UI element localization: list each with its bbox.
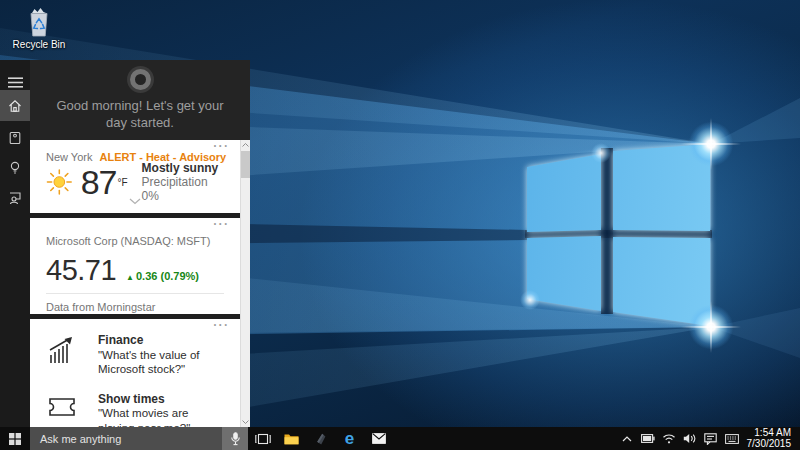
wallpaper-glint [591, 143, 611, 163]
microphone-icon [231, 432, 240, 446]
weather-location: New York [46, 151, 92, 163]
touch-keyboard-button[interactable] [721, 434, 742, 444]
weather-card[interactable]: ••• New YorkALERT - Heat - Advisory 87°F [30, 140, 250, 213]
file-explorer-icon [284, 433, 299, 445]
weather-unit: °F [117, 177, 127, 188]
start-button[interactable] [0, 427, 30, 450]
sidebar-item-feedback[interactable] [0, 184, 30, 212]
store-app-icon [314, 432, 328, 446]
edge-icon: e [345, 430, 354, 447]
cortana-panel: Good morning! Let's get your day started… [30, 60, 250, 427]
finance-chart-icon [46, 333, 98, 377]
panel-scrollbar[interactable] [240, 140, 250, 427]
suggestion-text: Show times "What movies are playing near… [98, 392, 224, 428]
task-view-icon [255, 433, 271, 445]
suggestion-quote: "What's the value of Microsoft stock?" [98, 348, 224, 377]
sidebar-item-home[interactable] [0, 90, 30, 121]
network-button[interactable] [658, 433, 679, 444]
cortana-search-box[interactable]: Ask me anything [30, 427, 248, 450]
suggestion-quote: "What movies are playing near me?" [98, 406, 224, 427]
task-view-button[interactable] [248, 427, 277, 450]
scroll-down-arrow[interactable] [241, 417, 250, 427]
sidebar-item-notebook[interactable] [0, 124, 30, 152]
volume-button[interactable] [679, 433, 700, 444]
recycle-bin-icon [24, 6, 54, 38]
microphone-button[interactable] [222, 427, 248, 450]
up-triangle-icon: ▲ [126, 273, 134, 282]
cortana-cards: ••• New YorkALERT - Heat - Advisory 87°F [30, 140, 250, 427]
sun-icon [46, 168, 73, 196]
recycle-bin-shortcut[interactable]: Recycle Bin [8, 6, 70, 50]
feedback-person-icon [8, 191, 22, 205]
windows-logo-icon [9, 433, 21, 445]
suggestion-title: Finance [98, 333, 224, 348]
cortana-sidebar [0, 60, 30, 427]
suggestion-title: Show times [98, 392, 224, 407]
clock-date: 7/30/2015 [742, 439, 791, 450]
suggestion-finance[interactable]: Finance "What's the value of Microsoft s… [46, 333, 224, 377]
taskbar-clock[interactable]: 1:54 AM 7/30/2015 [742, 428, 796, 449]
card-menu-button[interactable]: ••• [214, 321, 230, 328]
action-center-button[interactable] [700, 433, 721, 445]
chevron-up-icon [622, 436, 632, 442]
sidebar-item-reminders[interactable] [0, 154, 30, 182]
action-center-icon [704, 433, 717, 445]
cortana-header: Good morning! Let's get your day started… [30, 60, 250, 140]
scroll-up-arrow[interactable] [241, 140, 250, 150]
keyboard-icon [725, 434, 739, 444]
suggestions-card[interactable]: ••• Finance "What's the value of Microso… [30, 319, 250, 427]
stock-title: Microsoft Corp (NASDAQ: MSFT) [46, 235, 224, 247]
search-placeholder[interactable]: Ask me anything [30, 433, 222, 445]
wifi-icon [662, 433, 676, 444]
mail-icon [372, 433, 386, 444]
weather-temperature: 87 [81, 166, 117, 198]
file-explorer-button[interactable] [277, 427, 306, 450]
weather-main-row: 87°F Mostly sunny Precipitation 0% [46, 166, 224, 198]
scrollbar-thumb[interactable] [241, 151, 250, 178]
taskbar: Ask me anything e [0, 427, 800, 450]
wallpaper-starburst [689, 122, 733, 166]
stock-price-row: 45.71 ▲0.36 (0.79%) [46, 256, 224, 284]
clock-time: 1:54 AM [742, 428, 791, 439]
battery-button[interactable] [637, 434, 658, 443]
stock-change-value: 0.36 (0.79%) [136, 270, 199, 282]
cortana-greeting: Good morning! Let's get your day started… [45, 97, 235, 131]
weather-condition-block: Mostly sunny Precipitation 0% [142, 161, 224, 203]
wallpaper-starburst [689, 305, 733, 349]
chevron-down-icon [129, 198, 141, 205]
card-menu-button[interactable]: ••• [214, 142, 230, 149]
hamburger-menu-icon [8, 77, 23, 88]
stock-change: ▲0.36 (0.79%) [126, 270, 199, 282]
store-app-button[interactable] [306, 427, 335, 450]
cortana-logo-icon [130, 69, 151, 90]
home-icon [8, 99, 22, 113]
speaker-icon [683, 433, 696, 444]
notebook-icon [8, 131, 22, 145]
ticket-icon [46, 392, 98, 428]
stock-card[interactable]: ••• Microsoft Corp (NASDAQ: MSFT) 45.71 … [30, 218, 250, 314]
hidden-icons-button[interactable] [616, 436, 637, 442]
edge-browser-button[interactable]: e [335, 427, 364, 450]
suggestion-text: Finance "What's the value of Microsoft s… [98, 333, 224, 377]
wallpaper-glint [520, 290, 540, 310]
recycle-bin-label: Recycle Bin [8, 39, 70, 50]
windows-desktop: { "colors": { "alert_orange": "#e8820e",… [0, 0, 800, 450]
card-menu-button[interactable]: ••• [214, 220, 230, 227]
mail-app-button[interactable] [364, 427, 393, 450]
stock-source: Data from Morningstar [46, 301, 224, 313]
stock-price: 45.71 [46, 256, 116, 284]
battery-icon [641, 434, 655, 443]
system-tray: 1:54 AM 7/30/2015 [616, 427, 800, 450]
weather-condition: Mostly sunny [142, 161, 224, 175]
weather-precipitation: Precipitation 0% [142, 175, 224, 203]
lightbulb-icon [8, 161, 22, 175]
suggestion-showtimes[interactable]: Show times "What movies are playing near… [46, 392, 224, 428]
stock-divider [46, 293, 224, 294]
